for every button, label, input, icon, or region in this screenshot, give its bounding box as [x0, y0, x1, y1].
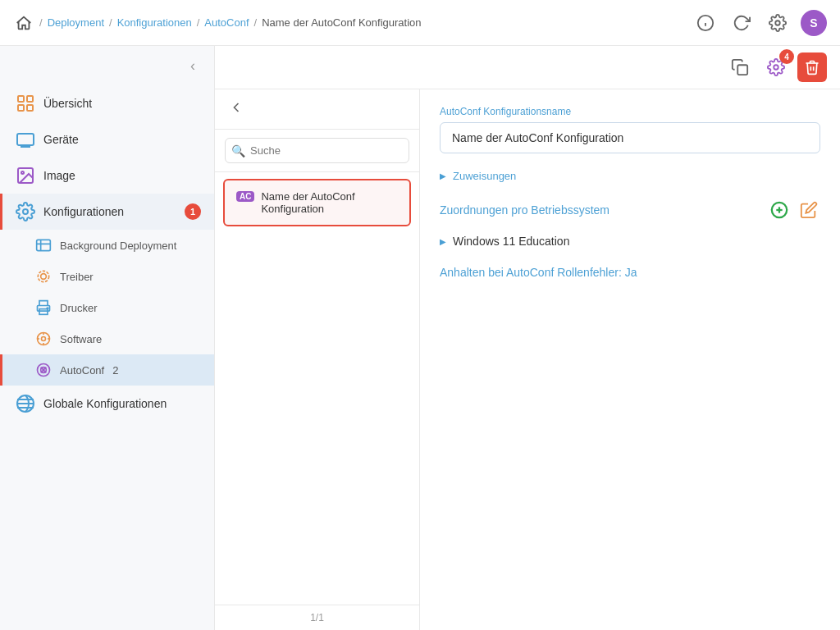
svg-rect-4	[18, 96, 24, 102]
zuweisungen-section: ▶ Zuweisungen	[440, 167, 820, 185]
sidebar-item-drucker[interactable]: Drucker	[0, 292, 214, 323]
os-item-label: Windows 11 Education	[453, 235, 569, 248]
delete-button[interactable]	[797, 52, 827, 82]
info-button[interactable]	[692, 10, 719, 36]
sidebar-item-label-ubersicht: Übersicht	[43, 97, 92, 110]
list-page-info: 1/1	[310, 612, 324, 623]
background-deployment-icon	[35, 237, 52, 253]
action-badge-number: 4	[779, 49, 794, 64]
sidebar-item-gerate[interactable]: Geräte	[0, 121, 214, 158]
sidebar-item-label-image: Image	[43, 169, 75, 182]
list-items: AC Name der AutoConf Konfiguration	[215, 172, 419, 605]
breadcrumb-konfigurationen[interactable]: Konfigurationen	[117, 16, 192, 29]
list-search-area: 🔍	[215, 130, 419, 172]
list-item-label: AC Name der AutoConf Konfiguration	[236, 190, 398, 215]
name-input[interactable]	[440, 122, 820, 153]
list-item[interactable]: AC Name der AutoConf Konfiguration	[223, 179, 411, 226]
zuweisungen-label: Zuweisungen	[453, 170, 516, 182]
main-layout: ‹ Übersicht Geräte	[0, 46, 840, 630]
search-input[interactable]	[225, 138, 409, 163]
rollenfehler-value: Ja	[625, 266, 637, 279]
sidebar-item-ubersicht[interactable]: Übersicht	[0, 85, 214, 121]
header: / Deployment / Konfigurationen / AutoCon…	[0, 0, 840, 46]
sidebar-sub-label-autoconf: AutoConf	[60, 364, 104, 377]
breadcrumb-sep-4: /	[254, 16, 258, 29]
search-wrap: 🔍	[225, 138, 409, 163]
breadcrumb: / Deployment / Konfigurationen / AutoCon…	[13, 12, 422, 34]
sidebar-item-image[interactable]: Image	[0, 158, 214, 194]
sidebar-item-treiber[interactable]: Treiber	[0, 261, 214, 292]
sidebar-collapse-button[interactable]: ‹	[181, 54, 204, 77]
list-item-text: Name der AutoConf Konfiguration	[261, 190, 398, 215]
svg-point-13	[41, 274, 47, 280]
devices-icon	[16, 130, 35, 149]
svg-rect-12	[37, 240, 51, 250]
list-panel-header	[215, 89, 419, 130]
sidebar: ‹ Übersicht Geräte	[0, 46, 215, 630]
sidebar-item-konfigurationen[interactable]: Konfigurationen 1	[0, 194, 214, 230]
sidebar-item-background-deployment[interactable]: Background Deployment	[0, 230, 214, 261]
drucker-icon	[35, 299, 52, 316]
autoconf-badge: 2	[112, 364, 118, 377]
refresh-button[interactable]	[728, 10, 755, 36]
header-actions: S	[692, 10, 827, 36]
svg-rect-29	[737, 65, 747, 75]
settings-button[interactable]	[765, 10, 791, 36]
globale-icon	[16, 394, 35, 413]
sidebar-item-label-globale: Globale Konfigurationen	[43, 397, 167, 410]
badge-button-wrapper: 4	[761, 52, 791, 82]
avatar[interactable]: S	[801, 10, 827, 36]
sidebar-item-globale[interactable]: Globale Konfigurationen	[0, 386, 214, 422]
svg-point-3	[775, 21, 780, 25]
sidebar-item-label-konfigurationen: Konfigurationen	[43, 205, 124, 218]
treiber-icon	[35, 268, 52, 285]
svg-point-17	[47, 308, 48, 309]
rollenfehler-label: Anhalten bei AutoConf Rollenfehler:	[440, 266, 622, 279]
group-title: Zuordnungen pro Betriebssystem	[440, 203, 609, 217]
list-back-button[interactable]	[225, 98, 248, 121]
overview-icon	[16, 94, 35, 113]
breadcrumb-autoconf[interactable]: AutoConf	[204, 16, 249, 29]
group-actions	[768, 199, 820, 221]
svg-point-10	[21, 171, 24, 174]
svg-point-19	[42, 337, 46, 341]
konfigurationen-badge: 1	[185, 203, 201, 220]
home-icon[interactable]	[13, 12, 34, 34]
sidebar-toggle-area: ‹	[0, 46, 214, 85]
breadcrumb-current: Name der AutoConf Konfiguration	[262, 16, 421, 29]
detail-panel: AutoConf Konfigurationsname ▶ Zuweisunge…	[420, 89, 840, 630]
search-icon: 🔍	[231, 144, 245, 158]
sidebar-item-software[interactable]: Software	[0, 323, 214, 354]
os-chevron: ▶	[440, 237, 446, 246]
breadcrumb-sep-3: /	[197, 16, 200, 29]
list-footer: 1/1	[215, 605, 419, 630]
sidebar-sub-label-treiber: Treiber	[60, 271, 94, 283]
sidebar-sub-label-drucker: Drucker	[60, 302, 98, 314]
os-item-windows[interactable]: ▶ Windows 11 Education	[440, 230, 820, 253]
breadcrumb-deployment[interactable]: Deployment	[48, 16, 104, 29]
svg-point-14	[38, 271, 48, 281]
group-header: Zuordnungen pro Betriebssystem	[440, 199, 820, 221]
konfigurationen-icon	[16, 202, 35, 221]
svg-rect-8	[17, 134, 34, 145]
sidebar-sub-label-software: Software	[60, 333, 102, 345]
zuweisungen-chevron: ▶	[440, 171, 446, 180]
sidebar-item-autoconf[interactable]: AutoConf 2	[0, 354, 214, 386]
group-add-button[interactable]	[768, 199, 791, 221]
breadcrumb-sep-2: /	[109, 16, 112, 29]
content-area: 🔍 AC Name der AutoConf Konfiguration 1/1	[215, 89, 840, 630]
zuweisungen-header[interactable]: ▶ Zuweisungen	[440, 167, 820, 185]
software-icon	[35, 331, 52, 347]
svg-point-11	[23, 209, 28, 214]
group-edit-button[interactable]	[797, 199, 820, 221]
sidebar-item-label-gerate: Geräte	[43, 133, 79, 146]
svg-rect-5	[27, 96, 33, 102]
list-panel: 🔍 AC Name der AutoConf Konfiguration 1/1	[215, 89, 420, 630]
rollenfehler-section: Anhalten bei AutoConf Rollenfehler: Ja	[440, 266, 820, 279]
image-icon	[16, 166, 35, 185]
field-label: AutoConf Konfigurationsname	[440, 106, 820, 117]
sidebar-sub-label-background: Background Deployment	[60, 240, 176, 252]
svg-point-30	[774, 65, 778, 70]
copy-button[interactable]	[725, 52, 755, 82]
right-panel: 4	[215, 46, 840, 630]
